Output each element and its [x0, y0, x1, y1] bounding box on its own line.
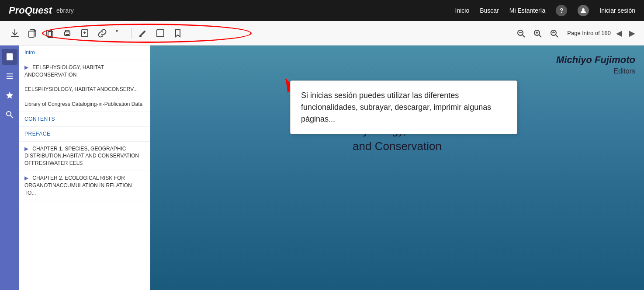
- svg-line-12: [523, 35, 525, 37]
- proquest-logo: ProQuest: [9, 5, 52, 16]
- zoom-in-button[interactable]: [530, 25, 545, 41]
- chapter2-arrow-icon: ▶: [24, 175, 28, 181]
- svg-rect-10: [157, 30, 164, 37]
- content-area: Michiyo Fujimoto Editors EELS Physiology…: [150, 45, 644, 290]
- main-content: Intro ▶ EELSPHYSIOLOGY, HABITAT ANDCONSE…: [0, 45, 644, 290]
- nav-buscar[interactable]: Buscar: [480, 7, 499, 14]
- toc-item-eels1[interactable]: ▶ EELSPHYSIOLOGY, HABITAT ANDCONSERVATIO…: [19, 60, 150, 83]
- icon-sidebar: [0, 45, 19, 290]
- download-button[interactable]: [7, 25, 23, 41]
- svg-text:": ": [116, 29, 118, 37]
- page-label: Page Intro of 180: [567, 30, 611, 36]
- toolbar-separator-1: [131, 28, 132, 38]
- svg-rect-24: [7, 53, 9, 60]
- user-icon[interactable]: [578, 5, 589, 16]
- tooltip-text: Si inicias sesión puedes utilizar las di…: [301, 91, 491, 123]
- svg-line-29: [10, 115, 13, 118]
- toc-item-chapter2-label: CHAPTER 2. ECOLOGICAL RISK FOR ORGANOTIN…: [24, 175, 132, 196]
- notes-button[interactable]: [152, 25, 168, 41]
- page-navigation: Page Intro of 180 ◀ ▶: [567, 28, 637, 39]
- copy-button[interactable]: [42, 25, 58, 41]
- toc-panel: Intro ▶ EELSPHYSIOLOGY, HABITAT ANDCONSE…: [19, 45, 150, 290]
- toc-item-preface-label: PREFACE: [24, 131, 51, 137]
- toc-item-eels2-label: EELSPHYSIOLOGY, HABITAT ANDCONSERV...: [24, 86, 138, 92]
- chapter1-arrow-icon: ▶: [24, 146, 28, 152]
- next-page-button[interactable]: ▶: [627, 28, 637, 39]
- link-button[interactable]: [94, 25, 110, 41]
- sidebar-bookmarks-icon[interactable]: [2, 87, 17, 103]
- toc-item-library-label: Library of Congress Cataloging-in-Public…: [24, 101, 142, 107]
- toc-item-chapter2[interactable]: ▶ CHAPTER 2. ECOLOGICAL RISK FOR ORGANOT…: [19, 171, 150, 200]
- toolbar: ": [0, 21, 644, 45]
- add-bookmark-button[interactable]: [77, 25, 93, 41]
- zoom-controls: [513, 25, 562, 41]
- top-navbar: ProQuest ebrary Inicio Buscar Mi Estante…: [0, 0, 644, 21]
- toc-item-contents[interactable]: CONTENTS: [19, 112, 150, 127]
- svg-line-19: [556, 35, 558, 37]
- toc-item-intro-label: Intro: [24, 49, 35, 56]
- toc-item-chapter1-label: CHAPTER 1. SPECIES, GEOGRAPHIC DISTRIBUT…: [24, 146, 139, 167]
- sidebar-search-icon[interactable]: [2, 107, 17, 122]
- zoom-out-button[interactable]: [513, 25, 529, 41]
- toc-item-library[interactable]: Library of Congress Cataloging-in-Public…: [19, 97, 150, 112]
- svg-line-15: [539, 35, 541, 37]
- highlight-button[interactable]: [135, 25, 151, 41]
- book-authors: Michiyo Fujimoto: [159, 54, 635, 66]
- nav-inicio[interactable]: Inicio: [455, 7, 470, 14]
- svg-point-28: [7, 112, 11, 116]
- toc-item-eels1-label: EELSPHYSIOLOGY, HABITAT ANDCONSERVATION: [24, 64, 104, 78]
- page-bookmark-button[interactable]: [170, 25, 186, 41]
- toc-item-preface[interactable]: PREFACE: [19, 127, 150, 142]
- print-button[interactable]: [59, 25, 75, 41]
- toc-item-intro[interactable]: Intro: [19, 45, 150, 60]
- top-nav: Inicio Buscar Mi Estantería ? Iniciar se…: [455, 5, 635, 16]
- export-button[interactable]: [24, 25, 40, 41]
- sidebar-toc-icon[interactable]: [2, 68, 17, 84]
- svg-rect-1: [29, 31, 34, 37]
- help-icon[interactable]: ?: [556, 5, 567, 16]
- chapter-arrow-icon: ▶: [24, 64, 28, 70]
- ebrary-label: ebrary: [56, 7, 74, 14]
- prev-page-button[interactable]: ◀: [614, 28, 624, 39]
- book-editors: Editors: [159, 67, 635, 75]
- nav-mi-estanteria[interactable]: Mi Estantería: [509, 7, 545, 14]
- toc-item-eels2[interactable]: EELSPHYSIOLOGY, HABITAT ANDCONSERV...: [19, 82, 150, 97]
- zoom-fit-button[interactable]: [546, 25, 562, 41]
- iniciar-sesion-link[interactable]: Iniciar sesión: [599, 7, 635, 14]
- sidebar-book-icon[interactable]: [2, 49, 17, 65]
- quote-button[interactable]: ": [112, 25, 128, 41]
- toc-item-chapter1[interactable]: ▶ CHAPTER 1. SPECIES, GEOGRAPHIC DISTRIB…: [19, 142, 150, 171]
- tooltip-popup: Si inicias sesión puedes utilizar las di…: [290, 80, 517, 134]
- toc-item-contents-label: CONTENTS: [24, 116, 55, 122]
